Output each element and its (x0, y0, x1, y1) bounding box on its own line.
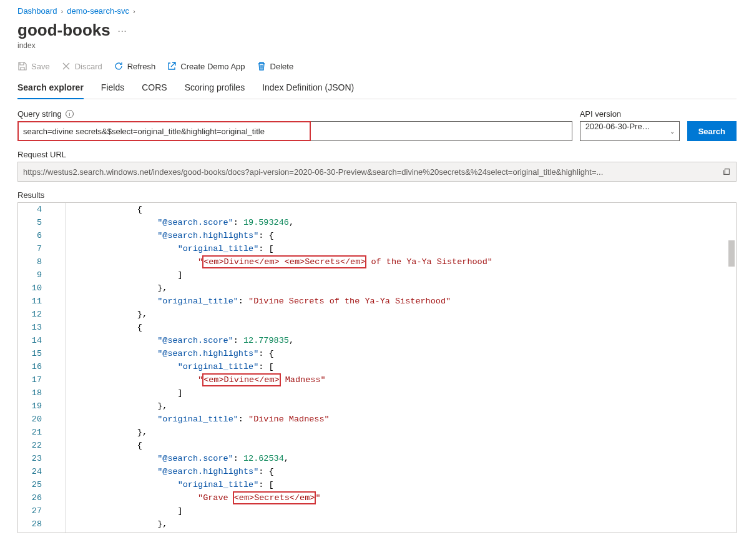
api-version-value: 2020-06-30-Pre… (580, 121, 680, 141)
save-label: Save (31, 62, 50, 71)
results-editor[interactable]: 4567891011121314151617181920212223242526… (17, 202, 737, 533)
code-line: "original_title": [ (97, 478, 723, 491)
code-line: "original_title": [ (97, 360, 723, 373)
tab-index-definition[interactable]: Index Definition (JSON) (262, 79, 354, 99)
code-line: "<em>Divine</em> <em>Secrets</em> of the… (97, 255, 723, 268)
page-title: good-books (17, 21, 110, 40)
code-line: { (97, 203, 723, 216)
tab-fields[interactable]: Fields (101, 79, 124, 99)
annotation-highlight: <em>Divine</em> <em>Secrets</em> (202, 255, 366, 268)
code-line: "original_title": "Divine Madness" (97, 413, 723, 426)
toolbar: Save Discard Refresh Create Demo App Del… (17, 61, 737, 71)
code-line: }, (97, 308, 723, 321)
delete-label: Delete (270, 62, 294, 71)
code-line: "@search.score": 12.62534, (97, 452, 723, 465)
more-actions-button[interactable]: ··· (118, 26, 127, 36)
code-line: "@search.score": 12.779835, (97, 334, 723, 347)
editor-fold-column (53, 203, 97, 533)
code-line: "@search.score": 19.593246, (97, 216, 723, 229)
query-input[interactable] (17, 121, 572, 141)
code-line: "<em>Divine</em> Madness" (97, 373, 723, 386)
request-url-value: https://westus2.search.windows.net/index… (23, 167, 717, 177)
code-line: "original_title": [ (97, 242, 723, 255)
code-line: { (97, 439, 723, 452)
code-line: { (97, 321, 723, 334)
code-line: ] (97, 504, 723, 518)
code-line: "@search.highlights": { (97, 465, 723, 478)
annotation-highlight: <em>Secrets</em> (233, 491, 316, 504)
editor-code[interactable]: { "@search.score": 19.593246, "@search.h… (97, 203, 736, 533)
save-icon (17, 61, 27, 71)
discard-label: Discard (75, 62, 102, 71)
code-line: "Grave <em>Secrets</em>" (97, 491, 723, 504)
code-line: }, (97, 518, 723, 531)
code-line: }, (97, 282, 723, 295)
tab-scoring-profiles[interactable]: Scoring profiles (185, 79, 245, 99)
query-label: Query string (17, 109, 62, 119)
chevron-right-icon: › (61, 7, 64, 15)
external-link-icon (167, 61, 177, 71)
request-url-label: Request URL (17, 150, 66, 159)
search-button[interactable]: Search (687, 121, 737, 141)
breadcrumb: Dashboard › demo-search-svc › (17, 6, 737, 16)
editor-gutter: 4567891011121314151617181920212223242526… (18, 203, 53, 533)
discard-button[interactable]: Discard (61, 61, 102, 71)
code-line: "original_title": "Divine Secrets of the… (97, 295, 723, 308)
scrollbar-thumb[interactable] (728, 240, 735, 267)
refresh-icon (114, 61, 124, 71)
request-url-box: https://westus2.search.windows.net/index… (17, 162, 737, 182)
delete-button[interactable]: Delete (257, 61, 294, 71)
page-subtitle: index (17, 41, 737, 50)
create-demo-app-button[interactable]: Create Demo App (167, 61, 245, 71)
code-line: ] (97, 386, 723, 400)
code-line: ] (97, 268, 723, 282)
results-label: Results (17, 190, 737, 200)
tab-search-explorer[interactable]: Search explorer (17, 79, 84, 99)
create-demo-app-label: Create Demo App (180, 62, 245, 71)
trash-icon (257, 61, 267, 71)
code-line: }, (97, 426, 723, 439)
api-version-label: API version (580, 109, 621, 119)
refresh-label: Refresh (127, 62, 156, 71)
code-line: }, (97, 400, 723, 413)
tabs: Search explorer Fields CORS Scoring prof… (17, 79, 737, 99)
annotation-highlight: <em>Divine</em> (202, 373, 281, 386)
chevron-right-icon: › (133, 7, 135, 15)
refresh-button[interactable]: Refresh (114, 61, 156, 71)
breadcrumb-link-service[interactable]: demo-search-svc (67, 6, 129, 16)
close-icon (61, 61, 71, 71)
tab-cors[interactable]: CORS (142, 79, 167, 99)
save-button[interactable]: Save (17, 61, 50, 71)
breadcrumb-link-dashboard[interactable]: Dashboard (17, 6, 57, 16)
code-line: "@search.highlights": { (97, 347, 723, 360)
api-version-select[interactable]: 2020-06-30-Pre… ⌄ (580, 121, 680, 141)
info-icon[interactable]: i (66, 110, 74, 118)
code-line: "@search.highlights": { (97, 229, 723, 242)
copy-icon[interactable] (722, 167, 731, 176)
